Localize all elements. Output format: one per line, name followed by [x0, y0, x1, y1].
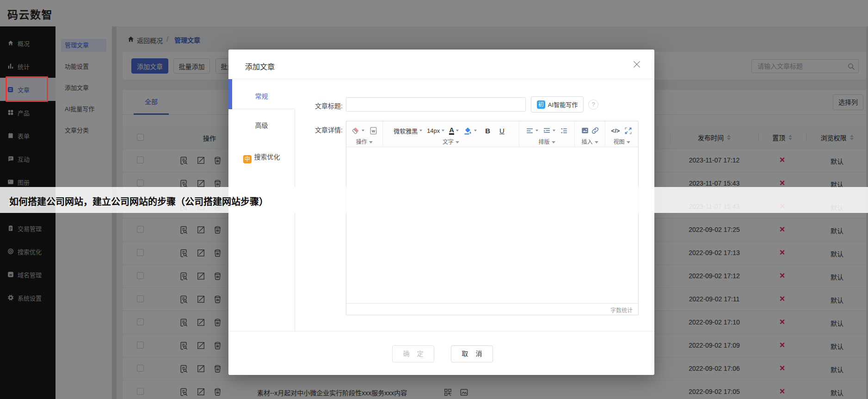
editor-status-bar: 字数统计: [346, 303, 638, 315]
article-detail-label: 文章详情:: [295, 125, 343, 134]
dialog-tab-advanced[interactable]: 高级: [228, 120, 295, 130]
rich-text-editor: W 操作 微软雅黑 14px A B U 文字: [346, 121, 639, 315]
group-label-operation[interactable]: 操作: [346, 137, 382, 145]
code-view-icon[interactable]: </>: [611, 125, 620, 136]
dialog-tab-general[interactable]: 常规: [228, 91, 295, 100]
editor-group-text: 微软雅黑 14px A B U 文字: [383, 121, 519, 147]
active-tab-divider: [232, 109, 295, 109]
tab-column-divider: [295, 109, 295, 331]
confirm-button[interactable]: 确 定: [392, 345, 434, 362]
font-color-icon[interactable]: A: [449, 125, 462, 136]
word-count-label[interactable]: 字数统计: [610, 306, 633, 314]
editor-group-layout: 排版: [519, 121, 575, 147]
line-height-icon[interactable]: [560, 125, 568, 136]
help-icon[interactable]: ?: [588, 100, 598, 110]
font-family-dropdown[interactable]: 微软雅黑: [394, 125, 425, 136]
fullscreen-icon[interactable]: [624, 125, 632, 136]
editor-group-insert: 插入: [575, 121, 605, 147]
group-label-layout[interactable]: 排版: [519, 137, 574, 145]
editor-content-area[interactable]: [346, 148, 638, 303]
article-title-tooltip-bar: 如何搭建公司网站，建立公司网站的步骤（公司搭建网站步骤）: [0, 187, 868, 213]
insert-link-icon[interactable]: [591, 125, 599, 136]
article-title-field: [346, 97, 526, 112]
dialog-title: 添加文章: [245, 61, 275, 72]
cancel-button[interactable]: 取 消: [451, 345, 493, 362]
annotation-highlight-box: [6, 76, 48, 102]
dialog-tab-seo[interactable]: 中搜索优化: [228, 152, 295, 163]
editor-group-view: </> 视图: [605, 121, 638, 147]
word-import-icon[interactable]: W: [369, 125, 378, 136]
svg-text:W: W: [372, 129, 376, 133]
indent-icon[interactable]: [543, 125, 558, 136]
ai-chu-icon: 初: [537, 100, 545, 109]
dialog-footer-divider: [228, 331, 654, 331]
ai-writing-button[interactable]: 初 AI智能写作: [531, 96, 584, 112]
insert-image-icon[interactable]: [581, 125, 589, 136]
seo-zhong-icon: 中: [243, 155, 252, 163]
editor-toolbar: W 操作 微软雅黑 14px A B U 文字: [346, 121, 638, 147]
eraser-icon[interactable]: [351, 125, 367, 136]
background-color-icon[interactable]: [463, 125, 480, 136]
article-title-label: 文章标题:: [295, 101, 343, 110]
align-icon[interactable]: [526, 125, 541, 136]
app-root: 码云数智 概况 统计 文章 产品 表单 互动 图册: [0, 0, 868, 399]
underline-icon[interactable]: U: [496, 125, 508, 136]
article-title-input[interactable]: [346, 98, 525, 111]
editor-group-operation: W 操作: [346, 121, 383, 147]
close-icon[interactable]: [632, 60, 641, 69]
group-label-insert[interactable]: 插入: [575, 137, 605, 145]
group-label-view[interactable]: 视图: [605, 137, 638, 145]
tooltip-text: 如何搭建公司网站，建立公司网站的步骤（公司搭建网站步骤）: [9, 194, 268, 208]
dialog-header-divider: [228, 79, 654, 79]
bold-icon[interactable]: B: [481, 125, 494, 136]
group-label-text[interactable]: 文字: [383, 137, 519, 145]
font-size-dropdown[interactable]: 14px: [427, 125, 447, 136]
